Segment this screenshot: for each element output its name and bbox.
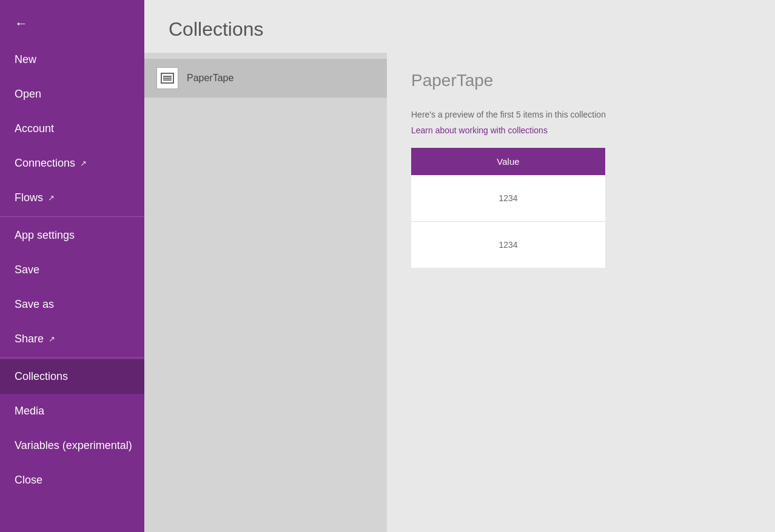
sidebar-item-share-label: Share	[15, 333, 44, 345]
sidebar-item-connections[interactable]: Connections ↗	[0, 146, 144, 181]
preview-table: Value 1234 1234	[411, 148, 605, 268]
sidebar-item-save-as-label: Save as	[15, 298, 54, 311]
sidebar-item-share[interactable]: Share ↗	[0, 322, 144, 356]
collection-item-papertape[interactable]: PaperTape	[144, 59, 387, 98]
sidebar-item-save-as[interactable]: Save as	[0, 287, 144, 322]
sidebar-item-open-label: Open	[15, 88, 41, 101]
sidebar-item-collections-label: Collections	[15, 370, 68, 383]
detail-collection-name: PaperTape	[411, 71, 751, 90]
sidebar-item-media-label: Media	[15, 405, 44, 417]
sidebar-divider-2	[0, 357, 144, 358]
table-cell-value-1: 1234	[411, 175, 605, 222]
page-title-bar: Collections	[144, 0, 775, 53]
sidebar-item-new[interactable]: New	[0, 42, 144, 77]
sidebar-item-new-label: New	[15, 53, 36, 66]
collection-name: PaperTape	[187, 73, 233, 84]
learn-link[interactable]: Learn about working with collections	[411, 125, 548, 135]
collection-icon	[161, 73, 174, 84]
icon-line-2	[163, 78, 172, 79]
sidebar-item-flows-label: Flows	[15, 191, 43, 204]
sidebar-item-app-settings-label: App settings	[15, 229, 75, 242]
external-link-icon: ↗	[80, 159, 87, 168]
sidebar: ← New Open Account Connections ↗ Flows ↗…	[0, 0, 144, 532]
collection-list-panel: PaperTape	[144, 53, 387, 532]
preview-description: Here's a preview of the first 5 items in…	[411, 108, 751, 121]
collections-page: Collections PaperTape Pa	[144, 0, 775, 532]
sidebar-item-app-settings[interactable]: App settings	[0, 218, 144, 253]
sidebar-item-save-label: Save	[15, 264, 39, 276]
sidebar-nav: New Open Account Connections ↗ Flows ↗ A…	[0, 42, 144, 532]
sidebar-item-account-label: Account	[15, 122, 54, 135]
sidebar-item-connections-label: Connections	[15, 157, 75, 170]
page-title: Collections	[169, 18, 751, 41]
sidebar-item-collections[interactable]: Collections	[0, 359, 144, 394]
external-link-icon: ↗	[48, 193, 55, 202]
sidebar-item-variables[interactable]: Variables (experimental)	[0, 428, 144, 463]
sidebar-item-open[interactable]: Open	[0, 77, 144, 111]
back-arrow-icon: ←	[15, 17, 28, 30]
sidebar-item-save[interactable]: Save	[0, 253, 144, 287]
sidebar-item-account[interactable]: Account	[0, 111, 144, 146]
icon-line-1	[163, 76, 172, 77]
collection-detail-panel: PaperTape Here's a preview of the first …	[387, 53, 775, 532]
back-button[interactable]: ←	[0, 0, 144, 42]
external-link-icon: ↗	[49, 334, 55, 344]
table-cell-value-2: 1234	[411, 222, 605, 268]
main-content: Collections PaperTape Pa	[144, 0, 775, 532]
table-header-value: Value	[411, 148, 605, 175]
sidebar-item-variables-label: Variables (experimental)	[15, 439, 132, 452]
sidebar-item-flows[interactable]: Flows ↗	[0, 181, 144, 215]
table-row: 1234	[411, 222, 605, 268]
table-row: 1234	[411, 175, 605, 222]
sidebar-divider	[0, 216, 144, 217]
sidebar-item-close-label: Close	[15, 474, 42, 487]
collections-content: PaperTape PaperTape Here's a preview of …	[144, 53, 775, 532]
sidebar-item-media[interactable]: Media	[0, 394, 144, 428]
collection-icon-box	[156, 67, 178, 89]
sidebar-item-close[interactable]: Close	[0, 463, 144, 497]
icon-line-3	[163, 79, 172, 81]
